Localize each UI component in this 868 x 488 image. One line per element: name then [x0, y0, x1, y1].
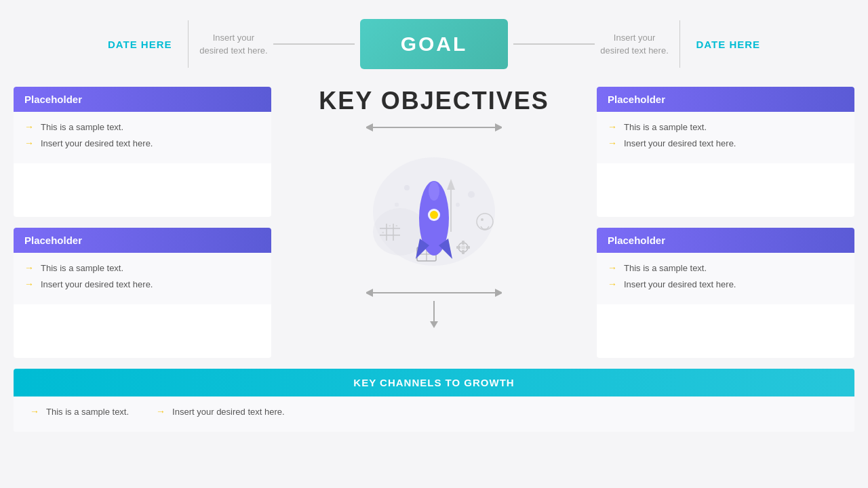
arrow-icon-2: → [24, 138, 34, 148]
svg-point-34 [395, 203, 399, 207]
panel-top-left: Placeholder → This is a sample text. → I… [14, 87, 271, 217]
svg-text:×: × [382, 230, 384, 235]
bottom-arrows [285, 287, 583, 298]
arrow-icon-4: → [24, 279, 34, 289]
arrow-icon-9: → [30, 406, 39, 417]
right-panels: Placeholder → This is a sample text. → I… [597, 87, 854, 358]
svg-point-31 [404, 185, 410, 190]
arrow-down [430, 301, 438, 328]
svg-point-32 [468, 191, 475, 198]
arrow-icon-1: → [24, 121, 34, 132]
svg-rect-16 [462, 241, 465, 245]
svg-rect-19 [466, 246, 470, 249]
panel-bottom-right: Placeholder → This is a sample text. → I… [597, 228, 854, 358]
bottom-section-header: KEY CHANNELS TO GROWTH [14, 369, 854, 396]
left-line [273, 43, 355, 45]
panel-bottom-left-body: → This is a sample text. → Insert your d… [14, 253, 271, 304]
svg-point-33 [456, 203, 460, 207]
bottom-item2: → Insert your desired text here. [156, 406, 284, 417]
arrow-icon-8: → [608, 279, 617, 289]
goal-box: GOAL [360, 19, 509, 69]
panel-top-left-header: Placeholder [14, 87, 271, 112]
panel-top-right-item1: → This is a sample text. [608, 121, 844, 132]
date-left: DATE HERE [102, 39, 177, 50]
bottom-section: KEY CHANNELS TO GROWTH → This is a sampl… [14, 369, 854, 432]
left-divider [188, 20, 189, 68]
rocket-illustration: × × × [346, 137, 522, 286]
top-arrows [285, 122, 583, 133]
top-header-row: DATE HERE Insert your desired text here.… [14, 14, 854, 75]
date-right: DATE HERE [691, 39, 766, 50]
panel-bottom-left: Placeholder → This is a sample text. → I… [14, 228, 271, 358]
svg-text:×: × [389, 224, 391, 228]
panel-top-right-item2: → Insert your desired text here. [608, 138, 844, 148]
svg-rect-17 [462, 250, 465, 254]
arrow-icon-6: → [608, 138, 617, 148]
arrow-icon-10: → [156, 406, 165, 417]
insert-text-left: Insert your desired text here. [199, 31, 267, 58]
panel-top-left-body: → This is a sample text. → Insert your d… [14, 112, 271, 163]
bottom-item1: → This is a sample text. [30, 406, 129, 417]
svg-text:×: × [395, 224, 398, 228]
key-objectives-title: KEY OBJECTIVES [319, 87, 549, 115]
arrow-icon-7: → [608, 262, 617, 273]
left-panels: Placeholder → This is a sample text. → I… [14, 87, 271, 358]
bottom-section-body: → This is a sample text. → Insert your d… [14, 396, 854, 432]
center-section: KEY OBJECTIVES [271, 87, 597, 358]
panel-bottom-right-header: Placeholder [597, 228, 854, 253]
panel-top-right-body: → This is a sample text. → Insert your d… [597, 112, 854, 163]
svg-point-30 [429, 182, 439, 201]
panel-top-left-item1: → This is a sample text. [24, 121, 260, 132]
svg-point-29 [430, 211, 438, 219]
panel-top-right-header: Placeholder [597, 87, 854, 112]
rocket-svg: × × × [346, 137, 522, 286]
bottom-arrows-svg [366, 287, 502, 298]
panel-bottom-left-header: Placeholder [14, 228, 271, 253]
panel-bottom-left-item1: → This is a sample text. [24, 262, 260, 273]
panel-top-right: Placeholder → This is a sample text. → I… [597, 87, 854, 217]
panel-bottom-right-body: → This is a sample text. → Insert your d… [597, 253, 854, 304]
main-content: Placeholder → This is a sample text. → I… [14, 87, 854, 358]
slide: DATE HERE Insert your desired text here.… [0, 0, 868, 488]
panel-top-left-item2: → Insert your desired text here. [24, 138, 260, 148]
top-arrows-svg [366, 122, 502, 133]
arrow-icon-3: → [24, 262, 34, 273]
svg-point-15 [461, 245, 465, 249]
svg-point-22 [481, 218, 484, 221]
insert-text-right: Insert your desired text here. [600, 31, 668, 58]
panel-bottom-right-item2: → Insert your desired text here. [608, 279, 844, 289]
panel-bottom-right-item1: → This is a sample text. [608, 262, 844, 273]
arrow-icon-5: → [608, 121, 617, 132]
svg-rect-18 [456, 246, 460, 249]
right-divider [679, 20, 680, 68]
right-line [513, 43, 595, 45]
panel-bottom-left-item2: → Insert your desired text here. [24, 279, 260, 289]
